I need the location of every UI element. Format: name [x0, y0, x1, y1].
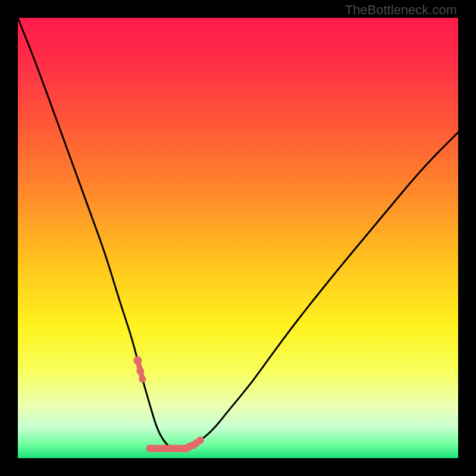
valley-segment	[137, 361, 142, 380]
curve-layer	[18, 18, 458, 458]
valley-dot	[181, 444, 189, 452]
bottleneck-curve	[18, 18, 458, 449]
plot-area	[18, 18, 458, 458]
valley-dot	[153, 444, 161, 452]
valley-dot	[160, 444, 168, 452]
valley-dot	[167, 444, 175, 452]
watermark-text: TheBottleneck.com	[345, 2, 457, 18]
valley-dot	[146, 444, 154, 452]
chart-frame: TheBottleneck.com	[0, 0, 476, 476]
valley-marks	[133, 356, 204, 453]
valley-dot	[174, 444, 182, 452]
